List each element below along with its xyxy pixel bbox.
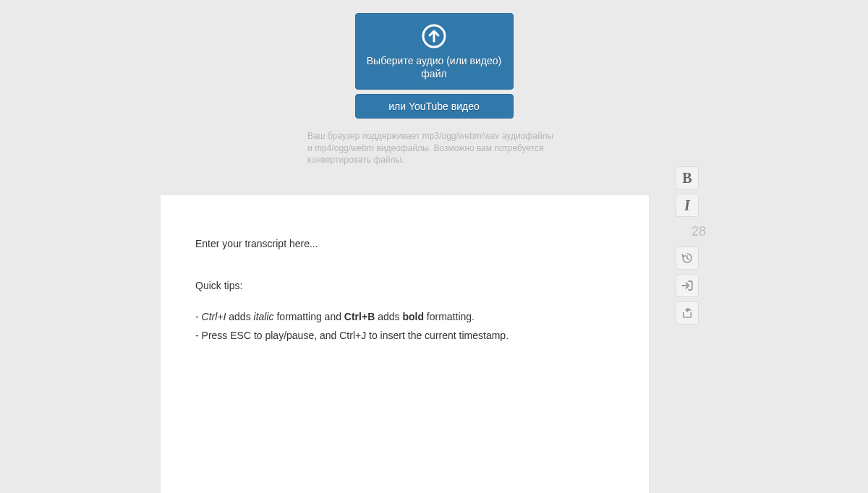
tip-line-2: - Press ESC to play/pause, and Ctrl+J to…: [195, 329, 614, 343]
youtube-button[interactable]: или YouTube видео: [355, 94, 514, 119]
youtube-label: или YouTube видео: [388, 100, 480, 112]
editor-placeholder: Enter your transcript here...: [195, 237, 614, 252]
italic-button[interactable]: I: [676, 194, 699, 217]
tip-line-1: - Ctrl+I adds italic formatting and Ctrl…: [195, 310, 614, 325]
share-icon: [681, 306, 694, 320]
transcript-editor[interactable]: Enter your transcript here... Quick tips…: [161, 195, 649, 493]
select-file-button[interactable]: Выберите аудио (или видео) файл: [355, 13, 514, 90]
italic-icon: I: [684, 197, 690, 214]
bold-icon: B: [682, 170, 692, 187]
share-button[interactable]: [676, 301, 699, 325]
upload-icon: [363, 24, 506, 48]
word-count: 28: [665, 224, 709, 239]
import-icon: [681, 279, 694, 292]
quick-tips-heading: Quick tips:: [195, 279, 614, 293]
bold-button[interactable]: B: [676, 166, 699, 189]
browser-support-text: Ваш браузер поддерживает mp3/ogg/webm/wa…: [307, 130, 561, 166]
history-button[interactable]: [676, 246, 699, 270]
select-file-label: Выберите аудио (или видео) файл: [363, 54, 506, 80]
format-toolbar: B I 28: [665, 166, 709, 329]
history-icon: [681, 252, 694, 265]
import-button[interactable]: [676, 274, 699, 297]
